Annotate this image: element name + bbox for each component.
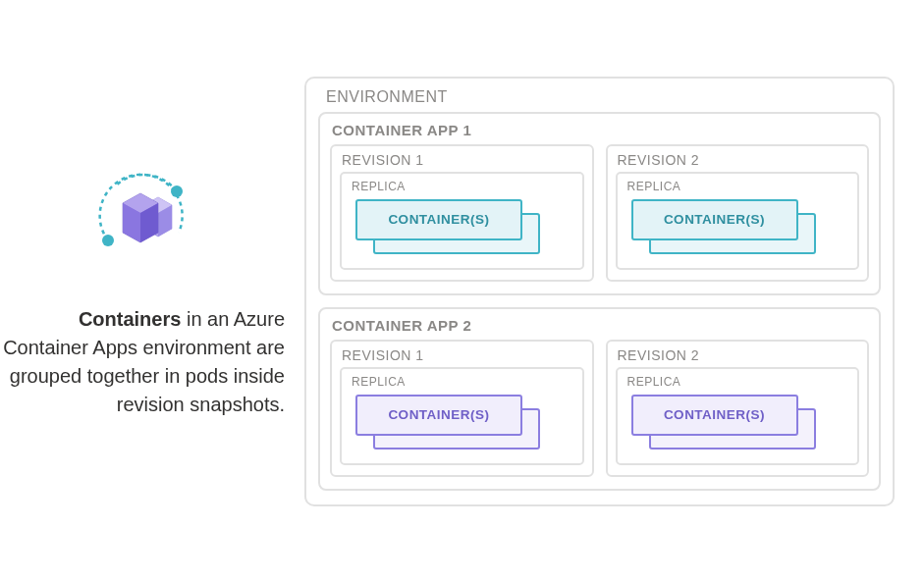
container-card-front: CONTAINER(S)	[355, 199, 522, 240]
container-app-1: CONTAINER APP 1 REVISION 1 REPLICA CONTA…	[318, 112, 881, 295]
replica-label: REPLICA	[352, 375, 574, 389]
replica-box: REPLICA CONTAINER(S)	[340, 367, 584, 465]
left-panel: Containers in an Azure Container Apps en…	[0, 164, 304, 419]
container-stack: CONTAINER(S)	[355, 199, 569, 256]
description-strong: Containers	[79, 308, 181, 330]
revisions-row: REVISION 1 REPLICA CONTAINER(S) REVISION…	[330, 340, 869, 477]
container-card-front: CONTAINER(S)	[355, 395, 522, 436]
container-card-front: CONTAINER(S)	[631, 395, 798, 436]
replica-box: REPLICA CONTAINER(S)	[616, 367, 860, 465]
revisions-row: REVISION 1 REPLICA CONTAINER(S) REVISION…	[330, 144, 869, 282]
replica-label: REPLICA	[352, 180, 574, 193]
replica-label: REPLICA	[627, 375, 850, 389]
revision-box: REVISION 1 REPLICA CONTAINER(S)	[330, 340, 594, 477]
container-card-front: CONTAINER(S)	[631, 199, 798, 240]
container-app-2: CONTAINER APP 2 REVISION 1 REPLICA CONTA…	[318, 307, 881, 491]
container-stack: CONTAINER(S)	[631, 199, 844, 256]
revision-label: REVISION 1	[342, 347, 584, 363]
app-label: CONTAINER APP 2	[332, 317, 869, 334]
app-label: CONTAINER APP 1	[332, 122, 869, 138]
replica-label: REPLICA	[627, 180, 850, 193]
revision-label: REVISION 2	[618, 347, 860, 363]
container-stack: CONTAINER(S)	[631, 395, 844, 451]
replica-box: REPLICA CONTAINER(S)	[616, 172, 860, 270]
svg-point-1	[171, 185, 183, 197]
environment-box: ENVIRONMENT CONTAINER APP 1 REVISION 1 R…	[304, 77, 895, 506]
description-text: Containers in an Azure Container Apps en…	[0, 305, 285, 419]
revision-label: REVISION 2	[618, 152, 860, 168]
revision-label: REVISION 1	[342, 152, 584, 168]
revision-box: REVISION 2 REPLICA CONTAINER(S)	[606, 144, 870, 282]
svg-point-0	[102, 235, 114, 246]
diagram-area: ENVIRONMENT CONTAINER APP 1 REVISION 1 R…	[304, 77, 895, 506]
environment-label: ENVIRONMENT	[322, 88, 452, 106]
container-stack: CONTAINER(S)	[355, 395, 569, 451]
revision-box: REVISION 1 REPLICA CONTAINER(S)	[330, 144, 594, 282]
revision-box: REVISION 2 REPLICA CONTAINER(S)	[606, 340, 870, 477]
replica-box: REPLICA CONTAINER(S)	[340, 172, 584, 270]
container-apps-icon	[88, 164, 196, 266]
